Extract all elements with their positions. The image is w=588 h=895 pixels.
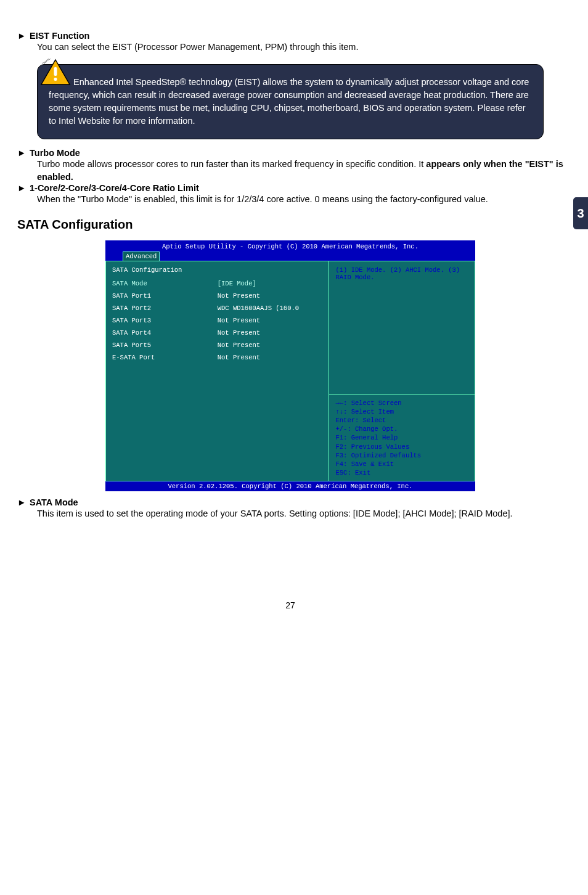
- bios-tab-advanced[interactable]: Advanced: [123, 251, 160, 261]
- bios-key-line: F1: General Help: [335, 433, 468, 442]
- bios-item-label: SATA Mode: [112, 280, 218, 287]
- bios-item-label: SATA Port4: [112, 329, 218, 337]
- bios-item-value: Not Present: [218, 317, 323, 324]
- bios-help-text: (1) IDE Mode. (2) AHCI Mode. (3) RAID Mo…: [329, 261, 475, 394]
- bios-item-label: SATA Port2: [112, 304, 218, 312]
- sata-section-title: SATA Configuration: [17, 218, 563, 232]
- page-content: ►EIST Function You can select the EIST (…: [0, 0, 588, 635]
- bios-key-line: ESC: Exit: [335, 468, 468, 477]
- svg-rect-2: [54, 78, 57, 81]
- bios-top-title: Aptio Setup Utility - Copyright (C) 2010…: [105, 242, 475, 251]
- bios-key-line: F2: Previous Values: [335, 443, 468, 451]
- bios-left-heading: SATA Configuration: [112, 266, 322, 274]
- table-row: SATA Port3 Not Present: [112, 317, 322, 324]
- bios-item-value: Not Present: [218, 354, 323, 361]
- bios-item-label: SATA Port3: [112, 317, 218, 324]
- marker-icon: ►: [17, 497, 30, 507]
- marker-icon: ►: [17, 183, 30, 193]
- side-page-number: 3: [577, 206, 584, 221]
- table-row[interactable]: SATA Mode [IDE Mode]: [112, 280, 322, 287]
- bios-item-value: Not Present: [218, 329, 323, 337]
- turbo-title: Turbo Mode: [30, 148, 80, 158]
- sata-mode-body: This item is used to set the operating m…: [17, 507, 563, 520]
- bios-key-line: +/-: Change Opt.: [335, 425, 468, 433]
- table-row: E-SATA Port Not Present: [112, 354, 322, 361]
- turbo-body: Turbo mode allows processor cores to run…: [17, 158, 563, 183]
- bios-body: SATA Configuration SATA Mode [IDE Mode] …: [105, 261, 475, 481]
- bios-item-value: [IDE Mode]: [218, 280, 323, 287]
- table-row: SATA Port2 WDC WD1600AAJS (160.0: [112, 304, 322, 312]
- svg-rect-1: [54, 67, 57, 76]
- table-row: SATA Port1 Not Present: [112, 292, 322, 300]
- eist-heading: ►EIST Function: [17, 31, 563, 41]
- core-ratio-body: When the "Turbo Mode" is enabled, this l…: [17, 193, 563, 205]
- svg-text:CAUTION: CAUTION: [42, 59, 52, 65]
- turbo-heading: ►Turbo Mode: [17, 148, 563, 158]
- bios-screenshot: Aptio Setup Utility - Copyright (C) 2010…: [105, 240, 475, 491]
- marker-icon: ►: [17, 31, 30, 41]
- caution-text: Enhanced Intel SpeedStep® technology (EI…: [49, 77, 529, 126]
- bios-bottom-bar: Version 2.02.1205. Copyright (C) 2010 Am…: [105, 481, 475, 491]
- marker-icon: ►: [17, 148, 30, 158]
- bios-item-value: Not Present: [218, 292, 323, 300]
- sata-mode-title: SATA Mode: [30, 497, 78, 507]
- sata-mode-heading: ►SATA Mode: [17, 497, 563, 507]
- table-row: SATA Port4 Not Present: [112, 329, 322, 337]
- bios-key-help: →←: Select Screen ↑↓: Select Item Enter:…: [329, 394, 475, 481]
- page-number: 27: [17, 600, 563, 610]
- bios-key-line: Enter: Select: [335, 416, 468, 425]
- eist-body: You can select the EIST (Processor Power…: [17, 41, 563, 53]
- bios-item-label: SATA Port5: [112, 341, 218, 349]
- eist-title: EIST Function: [30, 31, 89, 41]
- bios-item-label: E-SATA Port: [112, 354, 218, 361]
- bios-left-panel: SATA Configuration SATA Mode [IDE Mode] …: [106, 261, 329, 481]
- bios-right-panel: (1) IDE Mode. (2) AHCI Mode. (3) RAID Mo…: [329, 261, 475, 481]
- side-page-tab: 3: [573, 197, 588, 229]
- table-row: SATA Port5 Not Present: [112, 341, 322, 349]
- bios-key-line: →←: Select Screen: [335, 399, 468, 407]
- bios-tab-row: Advanced: [105, 251, 475, 261]
- bios-item-label: SATA Port1: [112, 292, 218, 300]
- bios-item-value: WDC WD1600AAJS (160.0: [218, 304, 323, 312]
- bios-key-line: F3: Optimized Defaults: [335, 451, 468, 460]
- bios-top-bar: Aptio Setup Utility - Copyright (C) 2010…: [105, 240, 475, 261]
- warning-icon: CAUTION: [40, 59, 71, 86]
- core-ratio-title: 1-Core/2-Core/3-Core/4-Core Ratio Limit: [30, 183, 199, 193]
- turbo-body-a: Turbo mode allows processor cores to run…: [37, 159, 426, 169]
- bios-key-line: ↑↓: Select Item: [335, 407, 468, 416]
- bios-key-line: F4: Save & Exit: [335, 460, 468, 468]
- core-ratio-heading: ►1-Core/2-Core/3-Core/4-Core Ratio Limit: [17, 183, 563, 193]
- bios-item-value: Not Present: [218, 341, 323, 349]
- caution-box: CAUTION Enhanced Intel SpeedStep® techno…: [37, 64, 544, 139]
